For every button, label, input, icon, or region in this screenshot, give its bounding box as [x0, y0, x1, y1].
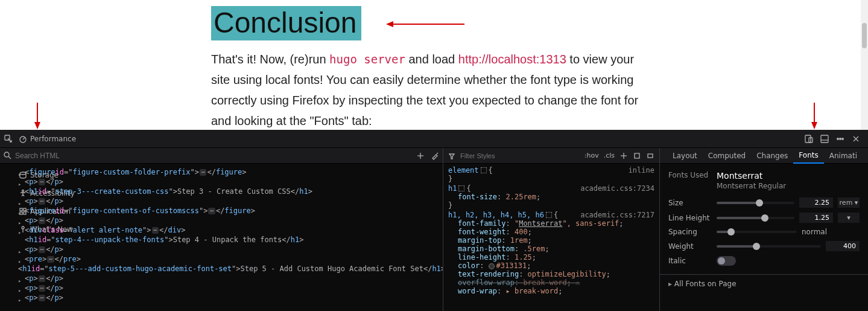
svg-line-32 — [8, 156, 11, 159]
inline-code: hugo server — [329, 53, 405, 66]
italic-toggle[interactable] — [717, 256, 736, 266]
add-node-icon[interactable] — [416, 152, 425, 160]
size-value[interactable]: 2.25 — [799, 197, 833, 208]
slider-track[interactable] — [717, 231, 797, 233]
pick-element-icon[interactable] — [4, 134, 13, 144]
responsive-mode-icon[interactable] — [804, 134, 814, 144]
sidebar-tab-layout[interactable]: Layout — [667, 148, 703, 164]
hov-toggle[interactable]: :hov — [584, 152, 599, 159]
styles-rules[interactable]: element {inline } h1 {academic.css:7234 … — [443, 164, 659, 311]
html-node[interactable]: <h1 id="step-5---add-custom-hugo-academi… — [18, 264, 443, 274]
svg-rect-37 — [635, 153, 639, 158]
lineheight-value[interactable]: 1.25 — [799, 213, 833, 223]
font-style: Montserrat Regular — [717, 182, 786, 190]
html-node[interactable]: <p>⋯</p> — [18, 245, 443, 254]
svg-rect-26 — [821, 135, 828, 143]
devtools-panel: InspectorConsoleDebuggerNetworkStyle Edi… — [0, 130, 868, 311]
sidebar-tab-fonts[interactable]: Fonts — [793, 148, 823, 164]
html-node[interactable]: <h1 id="step-3---create-custom-css">Step… — [18, 187, 443, 196]
svg-rect-24 — [805, 135, 811, 143]
svg-marker-1 — [386, 21, 393, 27]
close-devtools-icon[interactable] — [851, 134, 861, 144]
devtools-tab-bar: InspectorConsoleDebuggerNetworkStyle Edi… — [0, 130, 868, 148]
overflow-icon[interactable]: ▸ — [863, 148, 868, 164]
svg-point-29 — [840, 138, 841, 139]
annotation-arrow-right — [808, 103, 820, 129]
fonts-pane: LayoutComputedChangesFontsAnimati▸ Fonts… — [660, 148, 868, 311]
search-html-input[interactable] — [15, 152, 413, 160]
flex-badge-icon[interactable] — [546, 212, 552, 218]
slider-track[interactable] — [717, 202, 794, 204]
sidebar-tab-animati[interactable]: Animati — [824, 148, 863, 164]
html-node[interactable]: <figure id="figure-contents-of-customscs… — [18, 206, 443, 216]
eyedropper-icon[interactable] — [431, 152, 439, 160]
html-node[interactable]: <p>⋯</p> — [18, 274, 443, 283]
sidebar-tab-computed[interactable]: Computed — [703, 148, 751, 164]
localhost-link[interactable]: http://localhost:1313 — [458, 53, 566, 66]
html-node[interactable]: <div class="alert alert-note">⋯</div> — [18, 225, 443, 235]
new-rule-icon[interactable] — [619, 152, 628, 160]
annotation-arrow-top — [386, 19, 464, 37]
styles-pane: :hov .cls element {inline } h1 {academic… — [443, 148, 660, 311]
html-node[interactable]: <p>⋯</p> — [18, 283, 443, 293]
sidebar-tab-changes[interactable]: Changes — [751, 148, 793, 164]
svg-point-30 — [842, 138, 844, 139]
sidebar-tabs: LayoutComputedChangesFontsAnimati▸ — [660, 148, 868, 164]
svg-line-12 — [23, 138, 25, 139]
html-node[interactable]: <p>⋯</p> — [18, 293, 443, 303]
weight-value[interactable]: 400 — [826, 241, 860, 251]
html-node[interactable]: <p>⋯</p> — [18, 216, 443, 225]
search-icon — [4, 152, 11, 159]
flex-badge-icon[interactable] — [458, 185, 464, 191]
dock-mode-icon[interactable] — [820, 134, 829, 144]
all-fonts-toggle[interactable]: All Fonts on Page — [660, 274, 868, 293]
svg-rect-38 — [648, 154, 653, 158]
filter-styles-input[interactable] — [460, 152, 543, 159]
fonts-used-section: Fonts Used Montserrat Montserrat Regular — [660, 168, 868, 195]
spacing-value: normal — [802, 228, 860, 236]
html-node[interactable]: <p>⋯</p> — [18, 177, 443, 187]
html-node[interactable]: <figure id="figure-custom-folder-prefix"… — [18, 167, 443, 177]
svg-marker-5 — [811, 122, 817, 129]
slider-track[interactable] — [717, 217, 794, 219]
print-sim-icon[interactable] — [646, 152, 654, 160]
size-unit[interactable]: rem ▾ — [838, 197, 860, 208]
page-heading-highlighted[interactable]: Conclusion — [211, 6, 361, 40]
light-mode-icon[interactable] — [633, 152, 641, 160]
font-name: Montserrat — [717, 171, 786, 181]
kebab-menu-icon[interactable] — [835, 134, 845, 144]
devtools-tab-performance[interactable]: Performance — [13, 130, 81, 148]
html-node[interactable]: <pre>⋯</pre> — [18, 254, 443, 264]
html-node[interactable]: <p>⋯</p> — [18, 196, 443, 206]
cls-toggle[interactable]: .cls — [604, 152, 615, 159]
svg-point-31 — [4, 152, 9, 157]
filter-icon — [448, 152, 455, 159]
html-search-row — [0, 148, 443, 164]
html-pane: <figure id="figure-custom-folder-prefix"… — [0, 148, 443, 311]
page-scrollbar[interactable] — [861, 0, 868, 130]
styles-toolbar: :hov .cls — [443, 148, 659, 164]
web-page-content: Conclusion That's it! Now, (re)run hugo … — [0, 0, 868, 130]
lineheight-unit[interactable]: ▾ — [838, 213, 860, 223]
flex-badge-icon[interactable] — [481, 167, 487, 173]
slider-track[interactable] — [717, 245, 821, 248]
html-node[interactable]: <h1 id="step-4---unpack-the-fonts">Step … — [18, 235, 443, 245]
html-tree[interactable]: <figure id="figure-custom-folder-prefix"… — [0, 164, 443, 311]
page-paragraph: That's it! Now, (re)run hugo server and … — [211, 49, 645, 131]
svg-point-28 — [837, 138, 839, 139]
svg-marker-3 — [34, 122, 40, 129]
annotation-arrow-left — [31, 103, 43, 129]
